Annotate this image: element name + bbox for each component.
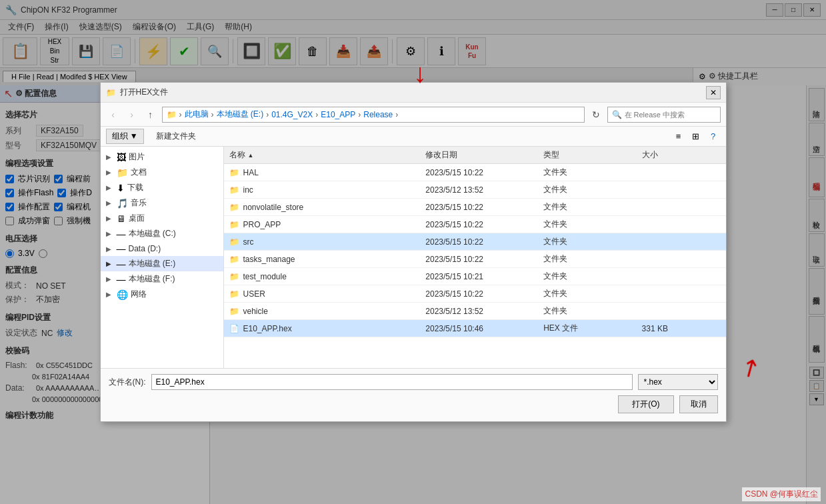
col-date[interactable]: 修改日期 <box>425 149 543 161</box>
tree-item-desktop[interactable]: ▶ 🖥 桌面 <box>101 211 223 226</box>
col-type[interactable]: 类型 <box>543 149 641 161</box>
file-name: E10_APP.hex <box>243 324 292 333</box>
sort-icon: ▲ <box>248 152 254 159</box>
file-date: 2023/5/15 10:22 <box>425 219 543 230</box>
tree-arrow: ▶ <box>106 260 114 267</box>
file-size <box>642 201 721 213</box>
back-button[interactable]: ‹ <box>106 107 121 122</box>
file-type: 文件夹 <box>543 201 641 213</box>
arrow-bottom-right: ↗ <box>734 351 765 385</box>
tree-arrow: ▶ <box>106 215 114 222</box>
col-name[interactable]: 名称 ▲ <box>229 149 426 161</box>
file-type: 文件夹 <box>543 271 641 282</box>
forward-button[interactable]: › <box>125 107 139 122</box>
table-row[interactable]: 📄 E10_APP.hex 2023/5/15 10:46 HEX 文件 331… <box>224 320 726 337</box>
refresh-button[interactable]: ↻ <box>589 107 603 122</box>
file-icon: 📁 <box>229 289 239 299</box>
file-icon: 📁 <box>229 220 239 229</box>
file-size: 331 KB <box>642 323 721 334</box>
file-rows: 📁 HAL 2023/5/15 10:22 文件夹 📁 inc 2023/5/1… <box>224 164 726 337</box>
file-icon: 📁 <box>229 168 239 177</box>
file-icon: 📁 <box>229 255 239 264</box>
tree-icon: 🎵 <box>117 198 128 209</box>
tree-item-disk-f[interactable]: ▶ — 本地磁盘 (F:) <box>101 271 223 287</box>
path-e10app[interactable]: E10_APP <box>321 110 355 119</box>
file-size <box>642 184 721 195</box>
tree-label-disk-f: 本地磁盘 (F:) <box>129 273 175 285</box>
organize-label: 组织 ▼ <box>112 131 138 142</box>
file-icon: 📁 <box>229 237 239 247</box>
tree-arrow: ▶ <box>106 169 114 176</box>
file-size <box>642 271 721 282</box>
table-row[interactable]: 📁 src 2023/5/15 10:22 文件夹 <box>224 233 726 251</box>
file-icon: 📁 <box>229 185 239 195</box>
tree-label-data-d: Data (D:) <box>129 244 161 253</box>
tree-item-docs[interactable]: ▶ 📁 文档 <box>101 165 223 180</box>
filename-input[interactable] <box>151 374 633 390</box>
search-input[interactable] <box>625 111 705 119</box>
tree-icon: 📁 <box>117 167 128 178</box>
file-name: HAL <box>243 168 259 177</box>
view-list-btn[interactable]: ≡ <box>671 129 686 144</box>
file-name: vehicle <box>243 307 268 316</box>
tree-arrow: ▶ <box>106 230 114 237</box>
tree-item-disk-c[interactable]: ▶ — 本地磁盘 (C:) <box>101 226 223 241</box>
tree-arrow: ▶ <box>106 291 114 298</box>
table-header: 名称 ▲ 修改日期 类型 大小 <box>224 147 726 164</box>
address-path[interactable]: 📁 › 此电脑 › 本地磁盘 (E:) › 01.4G_V2X › E10_AP… <box>162 107 585 123</box>
filetype-select[interactable]: *.hex <box>638 374 718 390</box>
file-date: 2023/5/15 10:22 <box>425 236 543 247</box>
table-row[interactable]: 📁 nonvolatile_store 2023/5/15 10:22 文件夹 <box>224 199 726 216</box>
file-type: 文件夹 <box>543 167 641 178</box>
table-row[interactable]: 📁 PRO_APP 2023/5/15 10:22 文件夹 <box>224 216 726 233</box>
table-row[interactable]: 📁 tasks_manage 2023/5/15 10:22 文件夹 <box>224 251 726 268</box>
tree-arrow: ▶ <box>106 199 114 207</box>
table-row[interactable]: 📁 test_module 2023/5/15 10:21 文件夹 <box>224 268 726 285</box>
new-folder-button[interactable]: 新建文件夹 <box>149 129 203 143</box>
col-size[interactable]: 大小 <box>642 149 721 161</box>
dialog-container: 📁 打开HEX文件 ✕ ‹ › ↑ 📁 › 此电脑 › 本地磁盘 (E:) › … <box>100 82 727 422</box>
folder-icon: 📁 <box>167 110 177 119</box>
table-row[interactable]: 📁 inc 2023/5/12 13:52 文件夹 <box>224 181 726 199</box>
file-icon: 📄 <box>229 324 239 333</box>
file-name: nonvolatile_store <box>243 203 304 212</box>
tree-item-downloads[interactable]: ▶ ⬇ 下载 <box>101 180 223 195</box>
table-row[interactable]: 📁 USER 2023/5/15 10:22 文件夹 <box>224 285 726 303</box>
view-details-btn[interactable]: ⊞ <box>689 129 703 144</box>
file-name: src <box>243 237 254 247</box>
path-computer[interactable]: 此电脑 <box>185 109 209 120</box>
up-button[interactable]: ↑ <box>143 107 158 122</box>
file-size <box>642 167 721 178</box>
tree-label-disk-e: 本地磁盘 (E:) <box>129 258 176 269</box>
file-date: 2023/5/12 13:52 <box>425 305 543 317</box>
tree-item-disk-e[interactable]: ▶ — 本地磁盘 (E:) <box>101 256 223 271</box>
tree-label-music: 音乐 <box>131 197 147 209</box>
file-type: 文件夹 <box>543 305 641 317</box>
organize-button[interactable]: 组织 ▼ <box>106 129 144 144</box>
path-release[interactable]: Release <box>363 110 393 119</box>
path-disk-e[interactable]: 本地磁盘 (E:) <box>217 109 264 120</box>
cancel-button[interactable]: 取消 <box>679 395 718 413</box>
dialog-body: ▶ 🖼 图片 ▶ 📁 文档 ▶ ⬇ 下载 ▶ <box>101 147 726 368</box>
table-row[interactable]: 📁 HAL 2023/5/15 10:22 文件夹 <box>224 164 726 181</box>
tree-item-pictures[interactable]: ▶ 🖼 图片 <box>101 149 223 165</box>
path-v2x[interactable]: 01.4G_V2X <box>271 110 313 119</box>
dialog-toolbar: 组织 ▼ 新建文件夹 ≡ ⊞ ? <box>101 127 726 147</box>
file-type: 文件夹 <box>543 219 641 230</box>
file-name: inc <box>243 185 253 195</box>
dialog-close-button[interactable]: ✕ <box>706 86 721 99</box>
tree-icon: 🖥 <box>117 213 126 224</box>
tree-icon: 🖼 <box>117 152 126 163</box>
file-type: 文件夹 <box>543 253 641 265</box>
view-help-btn[interactable]: ? <box>706 129 721 144</box>
tree-icon: — <box>117 259 126 269</box>
table-row[interactable]: 📁 vehicle 2023/5/12 13:52 文件夹 <box>224 303 726 320</box>
tree-item-network[interactable]: ▶ 🌐 网络 <box>101 287 223 302</box>
file-date: 2023/5/15 10:22 <box>425 167 543 178</box>
tree-label-network: 网络 <box>131 289 147 300</box>
open-button[interactable]: 打开(O) <box>618 395 673 413</box>
file-name: USER <box>243 289 265 299</box>
tree-item-music[interactable]: ▶ 🎵 音乐 <box>101 195 223 211</box>
tree-item-data-d[interactable]: ▶ — Data (D:) <box>101 241 223 256</box>
file-date: 2023/5/15 10:22 <box>425 201 543 213</box>
